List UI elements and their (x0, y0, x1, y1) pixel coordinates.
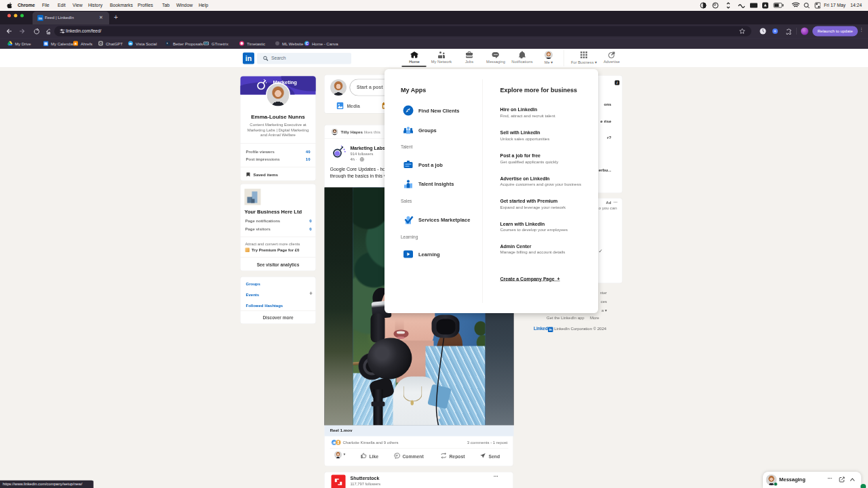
svg-text:17: 17 (45, 43, 47, 45)
